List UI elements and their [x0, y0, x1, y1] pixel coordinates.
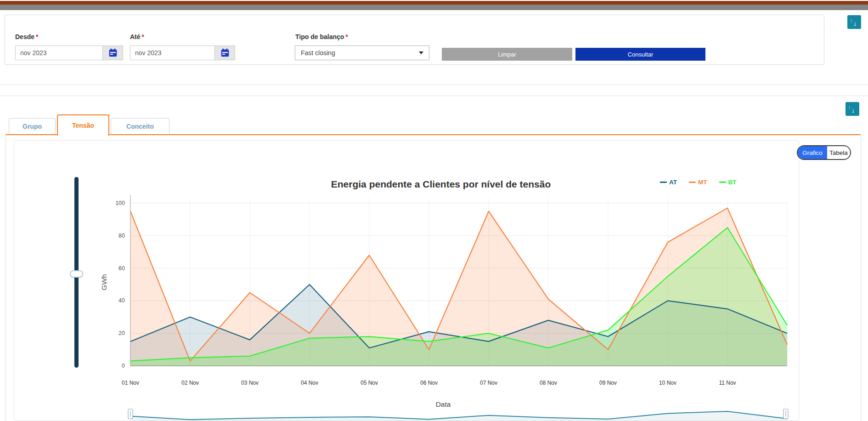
page: Desde* Até* Tipo d — [0, 0, 868, 421]
y-tick-label: 0 — [122, 363, 125, 369]
tab-tensao[interactable]: Tensão — [57, 114, 109, 136]
x-tick-label: 04 Nov — [301, 380, 318, 386]
desde-required-asterisk: * — [36, 33, 38, 40]
section-divider — [0, 85, 868, 85]
ate-field — [130, 46, 235, 60]
calendar-icon — [220, 48, 230, 58]
desde-calendar-button[interactable] — [102, 46, 123, 60]
consultar-button[interactable]: Consultar — [575, 48, 705, 61]
tipo-balanco-selected-value: Fast closing — [301, 49, 335, 57]
tabs-underline — [6, 134, 861, 135]
desde-field — [15, 46, 123, 60]
desde-input[interactable] — [16, 46, 102, 60]
desde-label: Desde* — [15, 33, 38, 40]
legend-label: BT — [728, 179, 737, 186]
x-tick-label: 09 Nov — [599, 380, 617, 386]
top-gray-bar — [0, 5, 868, 10]
view-toggle: Grafico Tabela — [797, 145, 851, 160]
chevron-down-icon — [419, 51, 423, 54]
x-tick-label: 08 Nov — [540, 380, 557, 386]
legend-dash-icon — [660, 182, 667, 183]
x-axis-title: Data — [420, 400, 466, 409]
legend-item-mt[interactable]: MT — [689, 179, 707, 186]
y-tick-label: 60 — [118, 265, 125, 272]
ate-label: Até* — [130, 33, 144, 40]
tab-grupo[interactable]: Grupo — [9, 118, 56, 134]
calendar-icon — [108, 48, 118, 58]
tipo-required-asterisk: * — [345, 33, 348, 40]
legend-item-bt[interactable]: BT — [719, 179, 737, 186]
legend-dash-icon — [689, 182, 696, 183]
x-tick-label: 03 Nov — [241, 380, 259, 386]
legend-dash-icon — [719, 182, 726, 183]
x-tick-label: 06 Nov — [420, 380, 438, 386]
panel-left-border — [6, 135, 6, 421]
y-tick-label: 80 — [118, 233, 125, 239]
y-tick-label: 100 — [115, 200, 125, 206]
ate-label-text: Até — [130, 33, 141, 40]
x-tick-label: 01 Nov — [122, 380, 139, 386]
y-axis-title: GWh — [100, 268, 108, 296]
legend-item-at[interactable]: AT — [660, 179, 677, 186]
tabela-toggle-button[interactable]: Tabela — [827, 146, 850, 159]
legend-label: AT — [669, 179, 677, 186]
tab-conceito[interactable]: Conceito — [111, 118, 169, 134]
collapse-expand-button-chart[interactable]: ↑ ↓ — [845, 102, 859, 116]
section-divider — [0, 96, 868, 96]
y-tick-label: 20 — [118, 330, 125, 336]
y-tick-label: 40 — [118, 297, 125, 304]
tipo-balanco-label: Tipo de balanço* — [295, 33, 348, 40]
limpar-button[interactable]: Limpar — [442, 48, 572, 61]
tipo-balanco-label-text: Tipo de balanço — [295, 33, 344, 40]
x-tick-label: 11 Nov — [719, 380, 736, 386]
x-tick-label: 02 Nov — [181, 380, 199, 386]
arrow-down-icon: ↓ — [851, 106, 855, 114]
top-brown-bar — [0, 1, 868, 5]
ate-input[interactable] — [130, 46, 214, 60]
arrow-up-icon: ↑ — [848, 103, 851, 111]
arrow-down-icon: ↓ — [853, 19, 857, 27]
arrow-up-icon: ↑ — [850, 17, 853, 24]
legend-label: MT — [698, 179, 707, 186]
x-tick-label: 05 Nov — [361, 380, 378, 386]
x-tick-label: 10 Nov — [659, 380, 676, 386]
y-zoom-slider-handle[interactable] — [70, 270, 83, 278]
collapse-expand-button-top[interactable]: ↑ ↓ — [847, 15, 861, 29]
grafico-toggle-button[interactable]: Grafico — [798, 146, 827, 159]
tipo-balanco-select[interactable]: Fast closing — [295, 46, 429, 60]
desde-label-text: Desde — [15, 33, 34, 40]
chart-title: Energia pendente a Clientes por nível de… — [257, 179, 625, 190]
chart-legend: ATMTBT — [660, 179, 737, 186]
panel-right-border — [861, 135, 861, 421]
x-tick-label: 07 Nov — [480, 380, 497, 386]
ate-calendar-button[interactable] — [214, 46, 235, 60]
ate-required-asterisk: * — [142, 33, 144, 40]
